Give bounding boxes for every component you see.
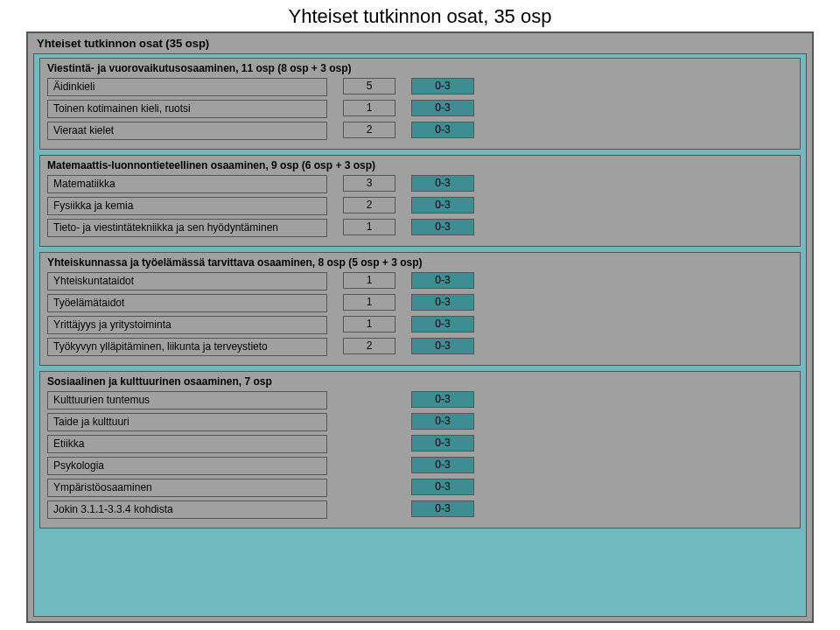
subject-credits: 2 bbox=[343, 197, 396, 214]
outer-header: Yhteiset tutkinnon osat (35 osp) bbox=[28, 35, 812, 53]
table-row: Ympäristöosaaminen 0-3 bbox=[47, 479, 793, 497]
subject-range: 0-3 bbox=[411, 457, 474, 473]
section-header: Yhteiskunnassa ja työelämässä tarvittava… bbox=[47, 255, 793, 272]
subject-name: Jokin 3.1.1-3.3.4 kohdista bbox=[47, 500, 327, 519]
subject-name: Taide ja kulttuuri bbox=[47, 413, 327, 431]
section-communication: Viestintä- ja vuorovaikutusosaaminen, 11… bbox=[39, 58, 801, 150]
table-row: Yhteiskuntataidot 1 0-3 bbox=[47, 272, 793, 290]
subject-credits: 1 bbox=[343, 100, 396, 116]
outer-frame: Yhteiset tutkinnon osat (35 osp) Viestin… bbox=[26, 32, 814, 623]
subject-name: Etiikka bbox=[47, 435, 327, 453]
subject-credits: 2 bbox=[343, 122, 396, 138]
subject-range: 0-3 bbox=[411, 122, 474, 138]
subject-name: Fysiikka ja kemia bbox=[47, 197, 327, 215]
subject-name: Yhteiskuntataidot bbox=[47, 272, 327, 290]
subject-name: Tieto- ja viestintätekniikka ja sen hyöd… bbox=[47, 219, 327, 237]
subject-name: Työelämätaidot bbox=[47, 294, 327, 312]
subject-name: Psykologia bbox=[47, 457, 327, 475]
subject-name: Ympäristöosaaminen bbox=[47, 479, 327, 497]
subject-range: 0-3 bbox=[411, 391, 474, 408]
subject-range: 0-3 bbox=[411, 175, 474, 192]
table-row: Psykologia 0-3 bbox=[47, 457, 793, 475]
subject-credits: 1 bbox=[343, 219, 396, 235]
table-row: Äidinkieli 5 0-3 bbox=[47, 78, 793, 96]
subject-name: Äidinkieli bbox=[47, 78, 327, 96]
table-row: Taide ja kulttuuri 0-3 bbox=[47, 413, 793, 431]
subject-credits: 1 bbox=[343, 316, 396, 332]
subject-name: Yrittäjyys ja yritystoiminta bbox=[47, 316, 327, 334]
table-row: Matematiikka 3 0-3 bbox=[47, 175, 793, 193]
subject-credits: 3 bbox=[343, 175, 396, 192]
subject-range: 0-3 bbox=[411, 500, 474, 517]
outer-body: Viestintä- ja vuorovaikutusosaaminen, 11… bbox=[33, 53, 807, 617]
subject-credits: 1 bbox=[343, 272, 396, 289]
table-row: Fysiikka ja kemia 2 0-3 bbox=[47, 197, 793, 215]
section-header: Viestintä- ja vuorovaikutusosaaminen, 11… bbox=[47, 60, 793, 78]
table-row: Vieraat kielet 2 0-3 bbox=[47, 122, 793, 140]
table-row: Kulttuurien tuntemus 0-3 bbox=[47, 391, 793, 410]
subject-range: 0-3 bbox=[411, 413, 474, 430]
table-row: Työkyvyn ylläpitäminen, liikunta ja terv… bbox=[47, 338, 793, 356]
subject-range: 0-3 bbox=[411, 338, 474, 354]
table-row: Työelämätaidot 1 0-3 bbox=[47, 294, 793, 312]
subject-range: 0-3 bbox=[411, 78, 474, 94]
section-society-work: Yhteiskunnassa ja työelämässä tarvittava… bbox=[39, 252, 801, 366]
section-header: Sosiaalinen ja kulttuurinen osaaminen, 7… bbox=[47, 374, 793, 391]
table-row: Toinen kotimainen kieli, ruotsi 1 0-3 bbox=[47, 100, 793, 118]
subject-range: 0-3 bbox=[411, 479, 474, 495]
subject-name: Matematiikka bbox=[47, 175, 327, 193]
table-row: Jokin 3.1.1-3.3.4 kohdista 0-3 bbox=[47, 500, 793, 519]
subject-range: 0-3 bbox=[411, 435, 474, 452]
table-row: Etiikka 0-3 bbox=[47, 435, 793, 453]
subject-range: 0-3 bbox=[411, 316, 474, 332]
section-math-science: Matemaattis-luonnontieteellinen osaamine… bbox=[39, 155, 801, 247]
section-social-cultural: Sosiaalinen ja kulttuurinen osaaminen, 7… bbox=[39, 371, 801, 528]
table-row: Yrittäjyys ja yritystoiminta 1 0-3 bbox=[47, 316, 793, 334]
table-row: Tieto- ja viestintätekniikka ja sen hyöd… bbox=[47, 219, 793, 237]
section-header: Matemaattis-luonnontieteellinen osaamine… bbox=[47, 158, 793, 175]
subject-range: 0-3 bbox=[411, 272, 474, 289]
subject-name: Toinen kotimainen kieli, ruotsi bbox=[47, 100, 327, 118]
subject-name: Työkyvyn ylläpitäminen, liikunta ja terv… bbox=[47, 338, 327, 356]
subject-range: 0-3 bbox=[411, 100, 474, 116]
subject-name: Vieraat kielet bbox=[47, 122, 327, 140]
subject-credits: 1 bbox=[343, 294, 396, 311]
subject-range: 0-3 bbox=[411, 294, 474, 311]
subject-name: Kulttuurien tuntemus bbox=[47, 391, 327, 410]
subject-credits: 2 bbox=[343, 338, 396, 354]
subject-range: 0-3 bbox=[411, 197, 474, 214]
subject-range: 0-3 bbox=[411, 219, 474, 235]
subject-credits: 5 bbox=[343, 78, 396, 94]
page-title: Yhteiset tutkinnon osat, 35 osp bbox=[0, 0, 840, 30]
